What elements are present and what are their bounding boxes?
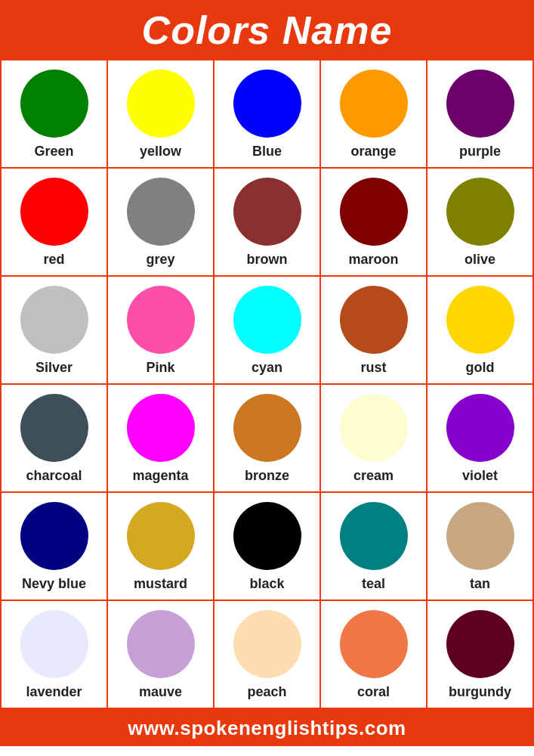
color-circle [233,70,301,138]
color-circle [340,502,408,570]
color-circle [233,610,301,678]
color-circle [446,178,514,246]
color-circle [127,610,195,678]
color-cell: violet [428,385,534,493]
color-label: gold [466,360,495,376]
color-label: red [43,252,64,268]
color-label: mauve [139,684,182,700]
color-circle [127,502,195,570]
color-label: purple [459,144,501,160]
color-circle [127,394,195,462]
color-cell: cyan [215,277,321,385]
color-circle [340,394,408,462]
color-cell: maroon [321,169,428,277]
color-label: Blue [252,144,282,160]
color-cell: Blue [215,60,321,169]
page-title: Colors Name [142,8,393,52]
color-label: Silver [35,360,73,376]
color-cell: charcoal [2,385,108,493]
color-cell: black [215,493,321,601]
color-cell: cream [321,385,428,493]
color-cell: red [2,169,108,277]
color-cell: rust [321,277,428,385]
color-label: burgundy [449,684,511,700]
footer-url: www.spokenenglishtips.com [128,717,406,739]
color-circle [20,70,88,138]
color-cell: Green [2,60,108,169]
color-circle [20,394,88,462]
color-cell: yellow [108,60,215,169]
color-circle [127,286,195,354]
footer: www.spokenenglishtips.com [0,709,534,746]
color-label: charcoal [26,468,82,484]
color-cell: grey [108,169,215,277]
color-cell: burgundy [428,601,534,709]
color-circle [446,286,514,354]
color-label: maroon [348,252,398,268]
header: Colors Name [0,0,534,59]
color-circle [20,610,88,678]
color-label: brown [247,252,288,268]
color-label: yellow [140,144,181,160]
color-cell: mauve [108,601,215,709]
color-circle [20,178,88,246]
color-circle [233,394,301,462]
color-circle [446,502,514,570]
color-label: coral [357,684,390,700]
color-label: lavender [26,684,82,700]
color-label: bronze [245,468,289,484]
color-circle [233,178,301,246]
color-label: peach [247,684,286,700]
color-cell: Nevy blue [2,493,108,601]
color-label: cyan [252,360,282,376]
color-cell: teal [321,493,428,601]
color-cell: olive [428,169,534,277]
color-cell: orange [321,60,428,169]
color-label: cream [353,468,394,484]
color-circle [340,70,408,138]
color-circle [446,610,514,678]
color-circle [127,178,195,246]
color-cell: magenta [108,385,215,493]
color-cell: Pink [108,277,215,385]
color-circle [340,610,408,678]
color-circle [233,502,301,570]
color-label: Nevy blue [22,576,86,592]
color-cell: lavender [2,601,108,709]
color-circle [340,178,408,246]
color-cell: peach [215,601,321,709]
color-circle [127,70,195,138]
color-circle [233,286,301,354]
color-label: Green [34,144,73,160]
color-label: rust [360,360,386,376]
color-label: magenta [132,468,188,484]
color-circle [20,502,88,570]
color-label: black [249,576,284,592]
color-cell: purple [428,60,534,169]
color-circle [340,286,408,354]
color-label: Pink [146,360,174,376]
color-circle [20,286,88,354]
color-cell: mustard [108,493,215,601]
color-label: orange [350,144,396,160]
color-grid: GreenyellowBlueorangepurpleredgreybrownm… [0,59,534,709]
color-cell: brown [215,169,321,277]
color-cell: Silver [2,277,108,385]
color-label: mustard [134,576,187,592]
color-cell: coral [321,601,428,709]
color-label: teal [362,576,385,592]
color-cell: tan [428,493,534,601]
color-circle [446,70,514,138]
color-label: tan [470,576,490,592]
color-cell: gold [428,277,534,385]
color-label: olive [465,252,495,268]
color-cell: bronze [215,385,321,493]
color-label: grey [146,252,174,268]
color-circle [446,394,514,462]
color-label: violet [462,468,498,484]
